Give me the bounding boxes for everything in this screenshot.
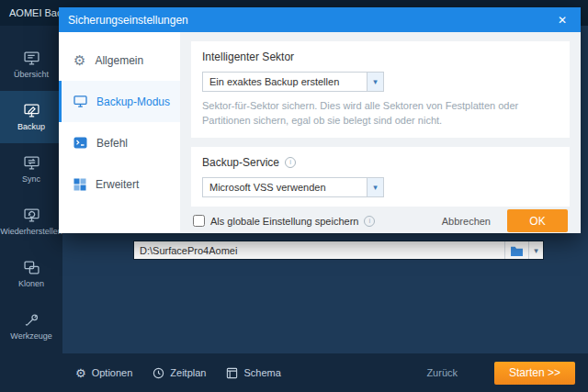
- sidebar-item-backup[interactable]: Backup: [0, 91, 62, 143]
- options-label: Optionen: [92, 367, 133, 378]
- sector-mode-dropdown[interactable]: Ein exaktes Backup erstellen ▾: [202, 72, 384, 92]
- backup-settings-dialog: Sicherungseinstellungen ✕ ⚙ Allgemein Ba…: [59, 7, 581, 233]
- service-title-text: Backup-Service: [202, 156, 279, 169]
- backup-target-path-group: ▾: [133, 241, 544, 260]
- sidebar-item-werkzeuge[interactable]: Werkzeuge: [0, 300, 62, 353]
- sidebar-item-label: Werkzeuge: [10, 331, 51, 341]
- path-dropdown-button[interactable]: ▾: [528, 241, 543, 259]
- back-button[interactable]: Zurück: [426, 367, 458, 378]
- dialog-body: ⚙ Allgemein Backup-Modus Befehl: [59, 32, 581, 233]
- gear-icon: ⚙: [74, 53, 85, 67]
- ok-button[interactable]: OK: [507, 209, 568, 232]
- sidebar-item-wiederherstellen[interactable]: Wiederherstellen: [0, 196, 62, 248]
- sector-panel-title: Intelligenter Sektor: [202, 50, 559, 63]
- dialog-nav-backup-modus[interactable]: Backup-Modus: [59, 81, 180, 122]
- dialog-nav-allgemein[interactable]: ⚙ Allgemein: [59, 39, 180, 81]
- sidebar-item-label: Klonen: [18, 279, 44, 288]
- schedule-button[interactable]: Zeitplan: [153, 367, 206, 379]
- dialog-footer: Als globale Einstellung speichern i Abbr…: [191, 207, 570, 236]
- dialog-title: Sicherungseinstellungen: [68, 14, 553, 27]
- close-icon[interactable]: ✕: [553, 14, 571, 27]
- restore-icon: [24, 208, 40, 222]
- clone-icon: [24, 261, 40, 274]
- backup-service-value: Microsoft VSS verwenden: [203, 178, 367, 196]
- info-icon: i: [364, 216, 375, 227]
- chevron-down-icon: ▾: [367, 73, 383, 91]
- scheme-icon: [226, 367, 238, 379]
- nav-item-label: Backup-Modus: [96, 95, 170, 108]
- info-icon: i: [285, 157, 296, 168]
- dialog-title-bar: Sicherungseinstellungen ✕: [59, 7, 581, 32]
- global-setting-label: Als globale Einstellung speichern: [210, 216, 358, 227]
- backup-mode-icon: [74, 95, 87, 107]
- dialog-nav-befehl[interactable]: Befehl: [59, 122, 180, 163]
- scheme-button[interactable]: Schema: [226, 367, 280, 379]
- main-sidebar: Übersicht Backup Sync Wiederherstellen K…: [0, 26, 62, 392]
- sidebar-item-sync[interactable]: Sync: [0, 143, 62, 196]
- sync-icon: [24, 156, 40, 170]
- sector-panel: Intelligenter Sektor Ein exaktes Backup …: [191, 41, 570, 138]
- service-panel: Backup-Service i Microsoft VSS verwenden…: [191, 147, 570, 207]
- gear-icon: ⚙: [75, 366, 86, 380]
- sidebar-item-klonen[interactable]: Klonen: [0, 248, 62, 300]
- tools-icon: [24, 313, 40, 327]
- action-bar: ⚙ Optionen Zeitplan Schema Zurück Starte…: [62, 353, 588, 392]
- start-button[interactable]: Starten >>: [494, 362, 575, 385]
- sidebar-item-label: Backup: [17, 122, 45, 131]
- target-path-input[interactable]: [134, 241, 504, 259]
- cancel-button[interactable]: Abbrechen: [442, 216, 491, 227]
- clock-icon: [153, 367, 164, 379]
- dialog-content: Intelligenter Sektor Ein exaktes Backup …: [180, 32, 581, 233]
- sidebar-item-label: Wiederherstellen: [0, 227, 62, 236]
- dialog-nav: ⚙ Allgemein Backup-Modus Befehl: [59, 32, 180, 233]
- command-icon: [74, 137, 87, 149]
- chevron-down-icon: ▾: [534, 246, 538, 255]
- scheme-label: Schema: [243, 367, 280, 378]
- chevron-down-icon: ▾: [367, 178, 383, 196]
- overview-icon: [24, 51, 40, 65]
- sidebar-item-label: Sync: [22, 174, 40, 184]
- nav-item-label: Allgemein: [95, 54, 143, 67]
- sidebar-item-uebersicht[interactable]: Übersicht: [0, 39, 62, 91]
- backup-service-dropdown[interactable]: Microsoft VSS verwenden ▾: [202, 177, 384, 197]
- sector-description: Sektor-für-Sektor sichern. Dies wird all…: [202, 99, 559, 129]
- nav-item-label: Erweitert: [96, 178, 139, 191]
- folder-icon: [510, 245, 524, 256]
- backup-icon: [24, 104, 40, 118]
- sector-mode-value: Ein exaktes Backup erstellen: [203, 73, 367, 91]
- service-panel-title: Backup-Service i: [202, 156, 559, 169]
- sidebar-item-label: Übersicht: [14, 70, 49, 79]
- schedule-label: Zeitplan: [170, 367, 206, 378]
- global-setting-checkbox[interactable]: [193, 215, 205, 227]
- nav-item-label: Befehl: [96, 137, 128, 150]
- dialog-nav-erweitert[interactable]: Erweitert: [59, 163, 180, 205]
- advanced-icon: [74, 178, 86, 191]
- browse-folder-button[interactable]: [504, 241, 528, 259]
- options-button[interactable]: ⚙ Optionen: [75, 366, 132, 380]
